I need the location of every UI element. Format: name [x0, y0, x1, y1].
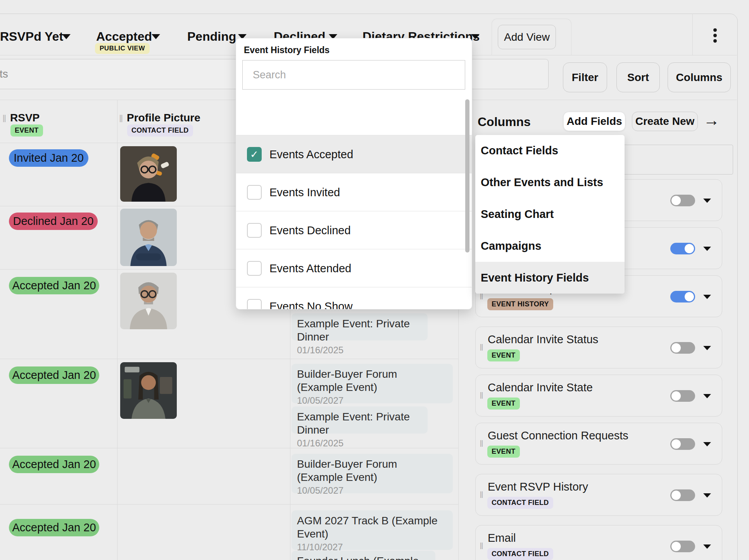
option-events-accepted[interactable]: Events Accepted [236, 135, 472, 173]
chevron-down-icon[interactable] [471, 34, 480, 39]
drag-handle-icon[interactable]: ‖ [2, 113, 5, 124]
event-history-chip: Example Event: Private Dinner 01/16/2025 [292, 313, 428, 340]
event-history-chip: Example Event: Private Dinner 01/16/2025 [292, 406, 428, 434]
column-type-badge: CONTACT FIELD [487, 497, 553, 509]
column-visibility-toggle[interactable] [670, 195, 695, 206]
column-type-badge: EVENT HISTORY [487, 298, 553, 310]
toggle-knob [671, 491, 681, 500]
column-card-email[interactable]: ‖ Email CONTACT FIELD [475, 525, 722, 560]
person-portrait-icon [120, 362, 177, 419]
drag-handle-icon[interactable]: ‖ [480, 390, 483, 401]
checkbox-icon[interactable] [247, 223, 262, 238]
drag-handle-icon[interactable]: ‖ [119, 113, 122, 124]
drag-handle-icon[interactable]: ‖ [480, 489, 483, 500]
toggle-knob [671, 391, 681, 401]
option-events-no-show[interactable]: Events No Show [236, 287, 472, 309]
chevron-down-icon[interactable] [703, 394, 711, 398]
event-date: 01/16/2025 [297, 437, 422, 449]
event-date: 01/16/2025 [297, 344, 422, 356]
chevron-down-icon[interactable] [62, 34, 71, 39]
column-type-badge: CONTACT FIELD [487, 548, 553, 560]
toggle-knob [671, 439, 681, 449]
column-visibility-toggle[interactable] [670, 342, 695, 354]
event-history-chip: Founder Lunch (Example Event) [292, 551, 435, 560]
dropdown-title: Event History Fields [244, 45, 330, 55]
column-header-profile-picture[interactable]: Profile Picture [127, 112, 200, 124]
row-line [0, 359, 458, 359]
column-card-calendar-invite-state[interactable]: ‖ Calendar Invite State EVENT [475, 375, 722, 417]
toggle-knob [671, 196, 681, 205]
column-visibility-toggle[interactable] [670, 390, 695, 402]
column-card-title: Event RSVP History [488, 480, 588, 493]
kebab-dot [713, 39, 717, 43]
submenu-item-seating-chart[interactable]: Seating Chart [475, 199, 625, 230]
filter-button[interactable]: Filter [563, 62, 607, 92]
toggle-knob [685, 292, 694, 301]
event-date: 10/05/2027 [297, 485, 447, 496]
column-type-badge: EVENT [487, 446, 520, 458]
option-events-declined[interactable]: Events Declined [236, 211, 472, 249]
column-type-badge: EVENT [487, 398, 520, 410]
column-visibility-toggle[interactable] [670, 243, 695, 254]
chevron-down-icon[interactable] [703, 199, 711, 203]
chevron-down-icon[interactable] [703, 544, 711, 549]
person-portrait-icon [120, 146, 177, 202]
submenu-item-campaigns[interactable]: Campaigns [475, 230, 625, 262]
columns-button[interactable]: Columns [668, 62, 731, 92]
chevron-down-icon[interactable] [703, 247, 711, 251]
event-title: Example Event: Private Dinner [297, 317, 422, 344]
event-date: 10/05/2027 [297, 395, 447, 406]
event-history-chip: Builder-Buyer Forum (Example Event) 10/0… [292, 454, 453, 493]
column-visibility-toggle[interactable] [670, 489, 695, 501]
chevron-down-icon[interactable] [152, 34, 160, 39]
rsvp-status-pill: Accepted Jan 20 [9, 519, 99, 536]
column-visibility-toggle[interactable] [670, 438, 695, 450]
event-history-chip: AGM 2027 Track B (Example Event) 11/10/2… [292, 510, 453, 550]
column-card-title: Guest Connection Requests [488, 429, 628, 442]
chevron-down-icon[interactable] [703, 295, 711, 299]
chevron-down-icon[interactable] [703, 493, 711, 498]
sort-button[interactable]: Sort [616, 62, 660, 92]
column-card-guest-connection-requests[interactable]: ‖ Guest Connection Requests EVENT [475, 423, 722, 465]
column-card-title: Calendar Invite Status [488, 333, 598, 346]
chevron-down-icon[interactable] [703, 442, 711, 446]
column-card-event-rsvp-history[interactable]: ‖ Event RSVP History CONTACT FIELD [475, 474, 722, 516]
create-new-button[interactable]: Create New [632, 112, 698, 131]
rsvp-status-pill: Accepted Jan 20 [9, 456, 99, 473]
column-visibility-toggle[interactable] [670, 291, 695, 302]
add-fields-button[interactable]: Add Fields [563, 112, 625, 131]
column-header-rsvp[interactable]: RSVP [10, 112, 40, 124]
column-card-calendar-invite-status[interactable]: ‖ Calendar Invite Status EVENT [475, 327, 722, 368]
option-label: Events Declined [269, 211, 351, 249]
checkbox-icon[interactable] [247, 185, 262, 200]
scrollbar[interactable] [465, 99, 469, 252]
option-events-attended[interactable]: Events Attended [236, 249, 472, 287]
submenu-item-other-events-and-lists[interactable]: Other Events and Lists [475, 167, 625, 199]
tab-rsvpd-yet[interactable]: RSVPd Yet [0, 29, 63, 44]
option-events-invited[interactable]: Events Invited [236, 173, 472, 211]
row-line [0, 504, 458, 505]
drag-handle-icon[interactable]: ‖ [480, 438, 483, 449]
checkbox-icon[interactable] [247, 299, 262, 309]
column-visibility-toggle[interactable] [670, 541, 695, 552]
dropdown-search-input[interactable]: Search [242, 60, 465, 90]
event-title: AGM 2027 Track B (Example Event) [297, 514, 441, 541]
tab-pending[interactable]: Pending [187, 29, 236, 44]
kebab-dot [713, 34, 717, 37]
drag-handle-icon[interactable]: ‖ [480, 342, 483, 353]
arrow-right-icon[interactable]: → [703, 111, 720, 130]
rsvp-status-pill: Invited Jan 20 [9, 149, 88, 167]
submenu-item-contact-fields[interactable]: Contact Fields [475, 135, 625, 167]
profile-photo [120, 273, 177, 329]
submenu-item-event-history-fields[interactable]: Event History Fields [475, 262, 625, 294]
add-view-button[interactable]: Add View [498, 25, 556, 49]
kebab-dot [713, 28, 717, 32]
checkbox-icon[interactable] [247, 261, 262, 276]
column-type-badge: EVENT [487, 349, 520, 361]
drag-handle-icon[interactable]: ‖ [480, 541, 483, 551]
option-label: Events Accepted [269, 135, 353, 173]
tab-accepted[interactable]: Accepted [96, 29, 152, 44]
checkbox-icon[interactable] [247, 147, 262, 162]
chevron-down-icon[interactable] [703, 346, 711, 350]
toggle-knob [671, 343, 681, 353]
